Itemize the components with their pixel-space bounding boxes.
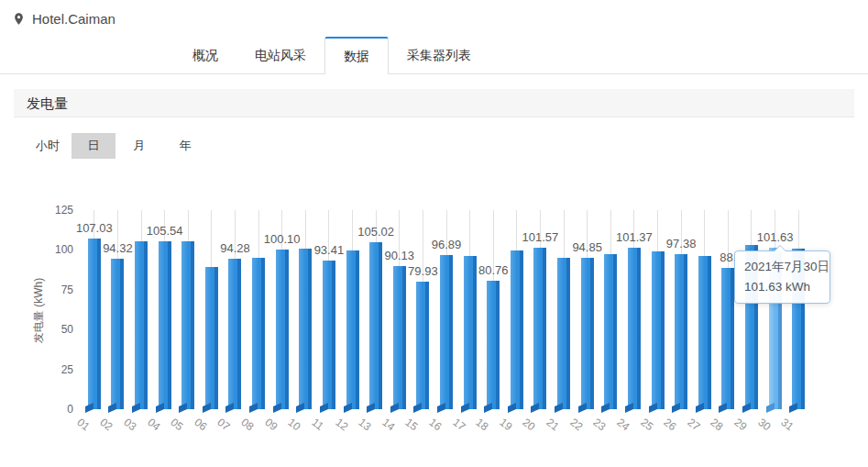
tab-3[interactable]: 采集器列表 xyxy=(389,37,489,73)
bar-day-28[interactable] xyxy=(721,268,734,409)
bar-day-03[interactable] xyxy=(135,241,148,409)
y-axis-tick: 25 xyxy=(35,363,73,376)
location-pin-icon xyxy=(12,12,26,26)
bar-day-08[interactable] xyxy=(252,258,265,409)
bar-value-label: 105.02 xyxy=(346,225,405,239)
x-axis-tick: 07 xyxy=(215,416,233,433)
bar-day-22[interactable] xyxy=(581,258,594,409)
tooltip-value: 101.63 kWh xyxy=(744,277,820,297)
bar-day-12[interactable] xyxy=(346,250,359,409)
bar-day-02[interactable] xyxy=(111,259,124,409)
bar-day-13[interactable] xyxy=(369,242,382,409)
x-axis-tick: 09 xyxy=(262,416,280,433)
bar-value-label: 107.03 xyxy=(65,221,124,235)
bar-day-14[interactable] xyxy=(393,266,406,409)
bar-day-26[interactable] xyxy=(675,254,687,409)
guide-line xyxy=(798,210,799,249)
x-axis-tick: 15 xyxy=(403,416,421,433)
bar-day-21[interactable] xyxy=(557,258,570,409)
x-axis-tick: 22 xyxy=(567,416,585,433)
generation-chart: 发电量 (kWh) 2021年7月30日 101.63 kWh 02550751… xyxy=(14,192,854,460)
x-axis-tick: 18 xyxy=(474,416,491,433)
bar-day-27[interactable] xyxy=(698,256,711,409)
section-title: 发电量 xyxy=(14,89,854,117)
bar-day-09[interactable] xyxy=(276,250,289,409)
tab-1[interactable]: 电站风采 xyxy=(236,37,324,73)
x-axis-tick: 01 xyxy=(74,416,92,433)
x-axis-tick: 24 xyxy=(614,416,632,433)
bar-day-10[interactable] xyxy=(299,249,312,409)
y-axis-title: 发电量 (kWh) xyxy=(31,261,47,361)
y-axis-tick: 100 xyxy=(35,243,73,256)
y-axis-tick: 125 xyxy=(35,204,73,217)
x-axis-tick: 08 xyxy=(238,416,256,433)
x-axis-tick: 28 xyxy=(709,416,726,433)
bar-day-16[interactable] xyxy=(440,255,453,409)
guide-line xyxy=(211,210,212,267)
bar-value-label: 97.38 xyxy=(652,237,710,250)
bar-day-24[interactable] xyxy=(628,248,641,409)
x-axis-tick: 16 xyxy=(426,416,444,433)
bar-day-06[interactable] xyxy=(205,267,218,409)
tab-bar: 概况电站风采数据采集器列表 xyxy=(0,37,868,74)
tooltip-date: 2021年7月30日 xyxy=(744,257,820,277)
x-axis-tick: 29 xyxy=(731,416,749,433)
x-axis-tick: 12 xyxy=(333,416,350,433)
period-button-3[interactable]: 年 xyxy=(163,133,207,159)
x-axis-tick: 11 xyxy=(309,416,325,433)
tab-2[interactable]: 数据 xyxy=(324,37,389,74)
x-axis-tick: 20 xyxy=(521,416,538,433)
generation-panel: 发电量 小时日月年 发电量 (kWh) 2021年7月30日 101.63 kW… xyxy=(14,89,854,460)
bar-day-19[interactable] xyxy=(511,250,523,409)
y-axis-tick: 0 xyxy=(35,403,73,416)
x-axis-tick: 14 xyxy=(379,416,397,433)
bar-day-18[interactable] xyxy=(487,281,500,409)
x-axis-tick: 06 xyxy=(192,416,209,433)
bar-day-11[interactable] xyxy=(323,261,335,409)
x-axis-tick: 17 xyxy=(450,416,467,433)
x-axis-tick: 26 xyxy=(662,416,679,433)
tab-0[interactable]: 概况 xyxy=(174,37,236,73)
x-axis-tick: 25 xyxy=(638,416,655,433)
bar-day-05[interactable] xyxy=(181,241,194,409)
bar-day-15[interactable] xyxy=(416,282,429,409)
x-axis-tick: 04 xyxy=(145,416,162,433)
x-axis-tick: 10 xyxy=(286,416,303,433)
x-axis-tick: 19 xyxy=(497,416,514,433)
bar-day-20[interactable] xyxy=(533,248,546,409)
bar-value-label: 105.54 xyxy=(136,224,194,238)
period-selector: 小时日月年 xyxy=(26,133,854,159)
page-title: Hotel.Caiman xyxy=(32,11,115,27)
chart-tooltip: 2021年7月30日 101.63 kWh xyxy=(734,250,830,304)
x-axis-tick: 23 xyxy=(591,416,609,433)
bar-day-25[interactable] xyxy=(652,251,665,409)
bar-day-01[interactable] xyxy=(88,239,101,409)
guide-line xyxy=(704,210,705,256)
station-header: Hotel.Caiman xyxy=(0,0,868,37)
period-button-1[interactable]: 日 xyxy=(71,133,115,159)
period-button-0[interactable]: 小时 xyxy=(26,133,70,159)
x-axis-tick: 21 xyxy=(544,416,561,433)
y-axis-tick: 50 xyxy=(35,323,73,336)
guide-line xyxy=(469,210,470,256)
bar-value-label: 96.89 xyxy=(417,238,476,251)
bar-day-17[interactable] xyxy=(464,256,477,409)
x-axis-tick: 05 xyxy=(169,416,186,433)
bar-day-04[interactable] xyxy=(159,241,171,409)
period-button-2[interactable]: 月 xyxy=(117,133,161,159)
x-axis-tick: 03 xyxy=(121,416,138,433)
panel-body: 小时日月年 发电量 (kWh) 2021年7月30日 101.63 kWh 02… xyxy=(14,117,854,460)
x-axis-tick: 31 xyxy=(779,416,797,433)
bar-value-label: 101.63 xyxy=(746,230,805,244)
bar-day-07[interactable] xyxy=(228,259,241,409)
y-axis-tick: 75 xyxy=(35,284,73,296)
x-axis-tick: 30 xyxy=(755,416,773,433)
bar-day-23[interactable] xyxy=(604,254,617,409)
guide-line xyxy=(188,210,189,241)
x-axis-tick: 02 xyxy=(98,416,115,433)
x-axis-tick: 27 xyxy=(685,416,702,433)
x-axis-tick: 13 xyxy=(357,416,374,433)
